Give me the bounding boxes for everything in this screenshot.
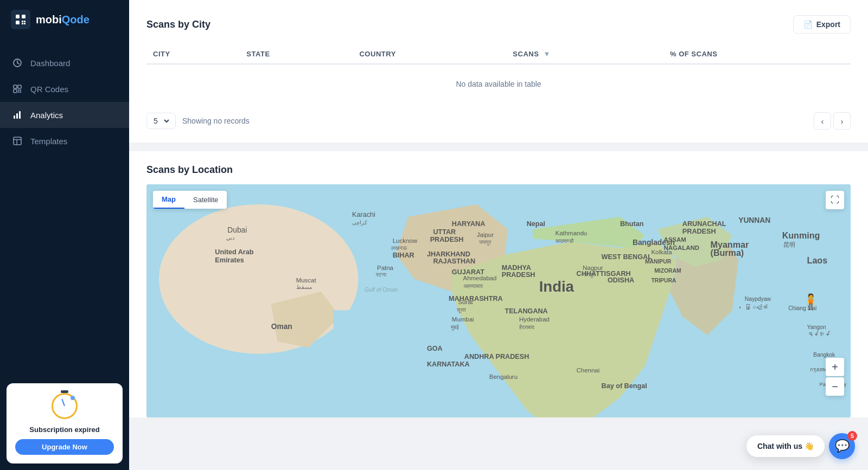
svg-text:Bhutan: Bhutan [620, 220, 643, 228]
svg-text:Patna: Patna [377, 265, 394, 271]
sidebar-item-qr-codes[interactable]: QR Codes [0, 76, 129, 102]
map-fullscreen-button[interactable]: ⛶ [826, 191, 844, 209]
svg-text:昆明: 昆明 [783, 241, 795, 248]
scans-by-city-title: Scans by City [146, 19, 210, 30]
map-background: HARYANA Jaipur जयपुर UTTAR PRADESH Nepal… [146, 184, 851, 417]
sidebar-item-templates[interactable]: Templates [0, 128, 129, 154]
svg-rect-2 [16, 21, 20, 24]
svg-rect-18 [14, 137, 21, 145]
svg-text:TELANGANA: TELANGANA [505, 307, 547, 315]
sidebar-item-label-qr: QR Codes [30, 85, 68, 94]
timer-icon [50, 392, 79, 420]
svg-text:Lucknow: Lucknow [393, 237, 418, 244]
subscription-expired-text: Subscription expired [29, 426, 99, 434]
col-percent-scans: % OF SCANS [663, 44, 851, 64]
export-label: Export [816, 20, 840, 29]
svg-text:PRADESH: PRADESH [682, 228, 716, 235]
zoom-out-button[interactable]: − [826, 377, 844, 396]
svg-text:Bay of Bengal: Bay of Bengal [602, 382, 647, 390]
templates-icon [12, 136, 23, 146]
sidebar-item-analytics[interactable]: Analytics [0, 102, 129, 128]
svg-text:नागपुर: नागपुर [582, 272, 595, 278]
svg-text:GOA: GOA [427, 345, 443, 352]
svg-text:Hyderabad: Hyderabad [519, 316, 550, 323]
svg-text:Bangkok: Bangkok [813, 352, 835, 358]
svg-text:ရန်ကုန်: ရန်ကုန် [807, 331, 830, 337]
svg-text:सूरत: सूरत [456, 307, 466, 313]
svg-text:Kunming: Kunming [782, 230, 820, 240]
logo-icon [11, 10, 30, 29]
chat-widget: Chat with us 👋 [746, 435, 825, 457]
per-page-select[interactable]: 5 10 25 [151, 116, 171, 126]
prev-page-button[interactable]: ‹ [814, 112, 831, 130]
svg-text:Kathmandu: Kathmandu [556, 230, 588, 236]
col-scans[interactable]: SCANS ▼ [506, 44, 663, 64]
svg-text:Emirates: Emirates [215, 256, 244, 264]
export-icon: 📄 [803, 20, 813, 29]
svg-text:Yangon: Yangon [807, 324, 826, 330]
svg-text:United Arab: United Arab [215, 248, 253, 256]
chat-widget-text: Chat with us 👋 [757, 442, 814, 450]
svg-rect-13 [18, 92, 20, 93]
chat-bubble-button[interactable]: 💬 5 [829, 433, 855, 459]
svg-text:PRADESH: PRADESH [502, 271, 535, 279]
export-button[interactable]: 📄 Export [793, 15, 851, 34]
svg-text:हैदराबाद: हैदराबाद [519, 324, 535, 330]
svg-text:अहमदाबाद: अहमदाबाद [463, 283, 483, 289]
zoom-in-button[interactable]: + [826, 358, 844, 376]
chat-badge-count: 5 [847, 431, 857, 441]
svg-text:Bengaluru: Bengaluru [489, 374, 518, 380]
qr-icon [12, 83, 23, 94]
svg-text:MAHARASHTRA: MAHARASHTRA [449, 295, 503, 302]
svg-text:Nagpur: Nagpur [583, 265, 603, 271]
svg-point-22 [159, 204, 359, 354]
svg-rect-4 [24, 21, 25, 22]
svg-rect-1 [22, 15, 25, 18]
svg-text:ODISHA: ODISHA [608, 276, 634, 284]
chat-bubble-icon: 💬 [835, 439, 850, 453]
col-state: STATE [240, 44, 353, 64]
svg-text:NAGALAND: NAGALAND [663, 244, 699, 251]
svg-text:KARNATAKA: KARNATAKA [427, 360, 470, 368]
svg-text:Mumbai: Mumbai [452, 316, 474, 323]
svg-text:TRIPURA: TRIPURA [651, 278, 676, 284]
svg-text:Oman: Oman [271, 323, 292, 331]
svg-text:BIHAR: BIHAR [393, 252, 414, 259]
svg-text:Jaipur: Jaipur [477, 231, 494, 238]
map-container[interactable]: HARYANA Jaipur जयपुर UTTAR PRADESH Nepal… [146, 184, 851, 417]
svg-text:(Burma): (Burma) [711, 248, 744, 257]
svg-text:जयपुर: जयपुर [478, 239, 492, 246]
sidebar-item-dashboard[interactable]: Dashboard [0, 50, 129, 76]
svg-text:Nepal: Nepal [527, 220, 545, 228]
svg-text:लखनऊ: लखनऊ [391, 245, 407, 251]
map-person-pin[interactable]: 🧍 [801, 293, 820, 311]
per-page-selector[interactable]: 5 10 25 [146, 113, 176, 129]
analytics-icon [12, 110, 23, 120]
svg-text:Gulf of Oman: Gulf of Oman [365, 287, 398, 293]
col-country: COUNTRY [353, 44, 506, 64]
svg-text:JHARKHAND: JHARKHAND [427, 250, 470, 258]
pagination-controls: ‹ › [814, 112, 851, 130]
upgrade-now-button[interactable]: Upgrade Now [15, 439, 114, 455]
svg-text:ASSAM: ASSAM [663, 236, 686, 243]
svg-text:GUJARAT: GUJARAT [452, 268, 484, 276]
svg-text:Naypdyaw: Naypdyaw [745, 296, 771, 302]
next-page-button[interactable]: › [833, 112, 851, 130]
no-data-message: No data available in table [146, 64, 851, 104]
svg-text:Ahmedabad: Ahmedabad [463, 275, 497, 281]
dashboard-icon [12, 57, 23, 68]
svg-text:Chennai: Chennai [577, 367, 600, 374]
svg-text:India: India [539, 278, 575, 295]
svg-text:MIZORAM: MIZORAM [654, 268, 681, 274]
map-zoom-controls: + − [826, 358, 844, 396]
map-tab-map[interactable]: Map [153, 191, 184, 209]
logo-text: mobiQode [36, 14, 90, 26]
svg-text:ARUNACHAL: ARUNACHAL [682, 220, 726, 228]
svg-rect-5 [22, 23, 23, 24]
svg-text:पटना: पटना [375, 272, 387, 278]
scans-by-location-title: Scans by Location [146, 164, 851, 176]
svg-text:मुंबई: मुंबई [450, 324, 459, 331]
svg-text:Laos: Laos [807, 255, 828, 265]
map-tab-satellite[interactable]: Satellite [184, 191, 227, 209]
main-content: Scans by City 📄 Export CITY STATE COUNTR… [129, 0, 868, 470]
